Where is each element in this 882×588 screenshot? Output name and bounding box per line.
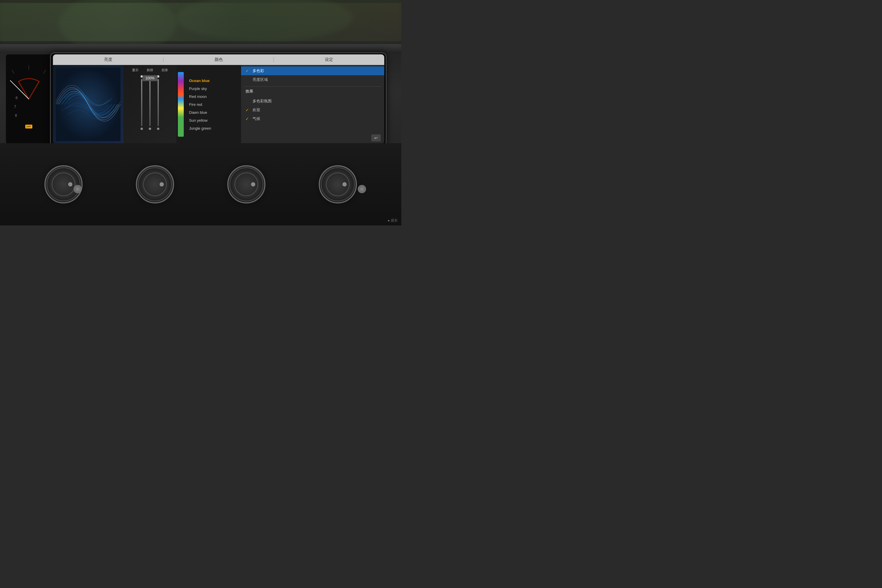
- color-panel: Ocean blue Purple sky Red moon Fire red …: [176, 65, 241, 144]
- svg-point-2: [176, 0, 353, 41]
- color-item-sun-yellow[interactable]: Sun yellow: [187, 116, 240, 124]
- slider-track-2[interactable]: [149, 79, 150, 126]
- vent-knob-4: [342, 182, 346, 186]
- bottom-vent-area: [0, 143, 401, 225]
- check-icon-brightness: ✓: [246, 77, 250, 82]
- vent-inner-2: [143, 172, 167, 196]
- svg-line-8: [44, 70, 46, 74]
- svg-line-6: [12, 70, 14, 74]
- ambient-label: 多色彩氛围: [252, 99, 272, 104]
- effects-section-label: 效果: [241, 88, 384, 95]
- warning-indicator: OFF: [25, 124, 32, 129]
- check-icon-ambient: ✓: [246, 99, 250, 104]
- svg-rect-3: [0, 0, 401, 47]
- slider-dot-bottom-2: [149, 128, 151, 130]
- check-icon-welcome: ✓: [246, 108, 250, 112]
- color-item-fire-red[interactable]: Fire red: [187, 100, 240, 108]
- settings-panel: ✓ 多色彩 ✓ 亮度区域 效果 ✓ 多色彩氛围 ✓ 欢迎: [241, 65, 384, 144]
- color-item-dawn-blue[interactable]: Dawn blue: [187, 108, 240, 116]
- percentage-badge: 100%: [142, 75, 158, 81]
- front-label: 前排: [147, 68, 153, 72]
- visualization-panel: [53, 65, 123, 144]
- slider-track-3[interactable]: [158, 79, 159, 126]
- check-icon-climate: ✓: [246, 116, 250, 121]
- dashboard-trim-top: [0, 44, 401, 53]
- tab-color[interactable]: 颜色: [164, 55, 274, 64]
- vent-inner-1: [52, 172, 75, 196]
- back-button[interactable]: ↩: [371, 134, 381, 141]
- svg-text:7: 7: [14, 105, 16, 109]
- settings-item-climate[interactable]: ✓ 气候: [241, 114, 384, 123]
- svg-rect-0: [0, 0, 401, 47]
- color-item-jungle-green[interactable]: Jungle green: [187, 124, 240, 132]
- settings-item-multicolor[interactable]: ✓ 多色彩: [241, 66, 384, 75]
- slider-labels: 显示 前排 后排: [128, 68, 172, 72]
- brightness-zone-label: 亮度区域: [252, 77, 268, 82]
- color-list: Ocean blue Purple sky Red moon Fire red …: [185, 65, 241, 144]
- slider-fill-2: [149, 79, 150, 126]
- slider-dot-bottom: [141, 128, 143, 130]
- climate-label: 气候: [252, 116, 260, 122]
- display-label: 显示: [132, 68, 138, 72]
- settings-bottom: ↩: [241, 132, 384, 144]
- main-screen: 亮度 颜色 设定: [53, 54, 384, 144]
- vent-1: [44, 165, 82, 204]
- instrument-cluster: 6 7 8 OFF: [6, 54, 51, 144]
- vent-inner-3: [235, 172, 258, 196]
- slider-fill: [141, 79, 142, 126]
- vent-2: [136, 165, 174, 204]
- watermark: ● 易车: [387, 218, 398, 223]
- vent-knob-2: [160, 182, 164, 186]
- slider-track[interactable]: [141, 79, 142, 126]
- vent-knob-1: [68, 182, 72, 186]
- divider-1: [244, 86, 381, 87]
- settings-item-brightness-zone[interactable]: ✓ 亮度区域: [241, 75, 384, 84]
- sliders-row: 100%: [128, 75, 172, 141]
- settings-item-welcome[interactable]: ✓ 欢迎: [241, 105, 384, 114]
- vent-3: [227, 165, 266, 204]
- vent-control-right[interactable]: [358, 185, 366, 193]
- rear-label: 后排: [161, 68, 168, 72]
- slider-fill-3: [158, 79, 159, 126]
- tab-header: 亮度 颜色 设定: [53, 54, 384, 65]
- speedometer: 6 7 8 OFF: [10, 61, 48, 137]
- color-item-ocean-blue[interactable]: Ocean blue: [187, 77, 240, 85]
- vent-control-left[interactable]: [74, 185, 82, 193]
- svg-text:6: 6: [16, 96, 18, 100]
- slider-dot-bottom-3: [157, 128, 159, 130]
- slider-front[interactable]: [149, 75, 151, 130]
- color-item-purple-sky[interactable]: Purple sky: [187, 85, 240, 93]
- color-strip: [178, 72, 184, 137]
- tab-brightness[interactable]: 亮度: [53, 55, 164, 64]
- slider-display[interactable]: [141, 75, 143, 130]
- slider-rear[interactable]: [157, 75, 159, 130]
- brightness-panel: 显示 前排 后排 100%: [123, 65, 176, 144]
- check-icon-multicolor: ✓: [246, 69, 250, 73]
- vent-4: [319, 165, 357, 204]
- tab-settings[interactable]: 设定: [274, 55, 384, 64]
- settings-section-2: ✓ 多色彩氛围 ✓ 欢迎 ✓ 气候: [241, 95, 384, 124]
- vent-inner-4: [326, 172, 350, 196]
- vent-knob-3: [251, 182, 255, 186]
- settings-section-1: ✓ 多色彩 ✓ 亮度区域: [241, 65, 384, 86]
- windshield-area: [0, 0, 401, 47]
- screen-content: 显示 前排 后排 100%: [53, 65, 384, 144]
- svg-text:8: 8: [15, 114, 17, 118]
- welcome-label: 欢迎: [252, 107, 260, 112]
- multicolor-label: 多色彩: [252, 68, 264, 74]
- svg-point-1: [59, 0, 176, 47]
- color-strip-container: [176, 65, 185, 144]
- settings-item-multicolor-ambient[interactable]: ✓ 多色彩氛围: [241, 97, 384, 105]
- color-item-red-moon[interactable]: Red moon: [187, 93, 240, 100]
